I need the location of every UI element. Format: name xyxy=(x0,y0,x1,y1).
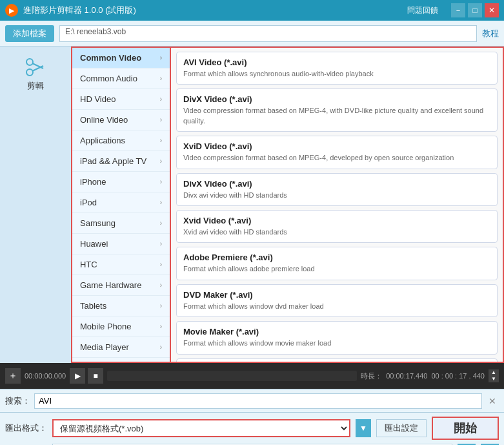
add-clip-button[interactable]: ＋ xyxy=(5,368,21,384)
stop-button[interactable]: ■ xyxy=(88,368,103,384)
format-title: DivX Video (*.avi) xyxy=(183,179,490,189)
category-item-iphone[interactable]: iPhone› xyxy=(72,172,170,192)
category-label: Huawei xyxy=(80,239,108,249)
format-title: Movie Maker (*.avi) xyxy=(183,327,490,336)
title-bar: ▶ 進階影片剪輯器 1.0.0 (試用版) 問題回饋 － □ ✕ xyxy=(0,0,504,21)
close-button[interactable]: ✕ xyxy=(485,3,499,17)
category-label: iPhone xyxy=(80,177,106,187)
category-label: HD Video xyxy=(80,94,116,104)
start-button[interactable]: 開始 xyxy=(432,417,499,440)
category-arrow-icon: › xyxy=(160,282,162,289)
app-icon: ▶ xyxy=(5,4,18,17)
output-format-select[interactable]: 保留源視頻格式(*.vob) xyxy=(52,419,350,437)
duration-label: 時長： xyxy=(361,371,382,381)
category-item-hd-video[interactable]: HD Video› xyxy=(72,89,170,110)
format-desc: Format which allows window dvd maker loa… xyxy=(183,302,490,311)
category-arrow-icon: › xyxy=(160,137,162,144)
edit-label: 剪輯 xyxy=(27,80,44,92)
format-desc: Divx avi video with HD standards xyxy=(183,191,490,200)
category-arrow-icon: › xyxy=(160,302,162,309)
svg-line-3 xyxy=(32,66,43,71)
svg-point-1 xyxy=(26,69,33,76)
format-item-adobe-premiere[interactable]: Adobe Premiere (*.avi) Format which allo… xyxy=(176,247,498,280)
category-item-common-audio[interactable]: Common Audio› xyxy=(72,68,170,89)
category-arrow-icon: › xyxy=(160,240,162,247)
category-label: Samsung xyxy=(80,218,116,228)
format-title: AVI Video (*.avi) xyxy=(183,57,490,67)
output-format-arrow[interactable]: ▼ xyxy=(356,419,371,437)
category-item-mobile-phone[interactable]: Mobile Phone› xyxy=(72,316,170,337)
format-desc: Format which allows synchronous audio-wi… xyxy=(183,69,490,79)
format-item-xvid-hd-video[interactable]: Xvid Video (*.avi) Xvid avi video with H… xyxy=(176,210,498,243)
format-desc: Xvid avi video with HD standards xyxy=(183,227,490,237)
format-desc: Video compression format based on MPEG-4… xyxy=(183,153,490,163)
search-clear-button[interactable]: ✕ xyxy=(486,396,499,406)
category-item-tablets[interactable]: Tablets› xyxy=(72,296,170,316)
current-time-display: 00 : 00 : 17 . 440 xyxy=(431,372,485,380)
category-label: Mobile Phone xyxy=(80,322,132,331)
format-item-divx-video[interactable]: DivX Video (*.avi) Video compression for… xyxy=(176,88,498,132)
toolbar: 添加檔案 E:\ reneelab3.vob 教程 xyxy=(0,21,504,47)
format-title: XviD Video (*.avi) xyxy=(183,141,490,151)
add-file-button[interactable]: 添加檔案 xyxy=(5,25,54,42)
output-label: 匯出格式： xyxy=(5,422,47,434)
category-item-applications[interactable]: Applications› xyxy=(72,130,170,151)
format-item-movie-maker[interactable]: Movie Maker (*.avi) Format which allows … xyxy=(176,321,498,354)
category-panel: Common Video›Common Audio›HD Video›Onlin… xyxy=(71,47,171,363)
maximize-button[interactable]: □ xyxy=(468,3,482,17)
app-title: 進階影片剪輯器 1.0.0 (試用版) xyxy=(23,5,136,16)
tutorial-link[interactable]: 教程 xyxy=(482,28,499,39)
time-stepper: ▲ ▼ xyxy=(489,369,499,382)
format-title: DivX Video (*.avi) xyxy=(183,94,490,104)
category-label: Media Player xyxy=(80,342,129,352)
category-arrow-icon: › xyxy=(160,158,162,165)
category-label: Common Audio xyxy=(80,74,137,83)
search-bar: 搜索： ✕ xyxy=(0,389,504,412)
format-item-avi-video[interactable]: AVI Video (*.avi) Format which allows sy… xyxy=(176,52,498,85)
format-desc: Format which allows adobe premiere load xyxy=(183,264,490,274)
help-link[interactable]: 問題回饋 xyxy=(407,5,438,16)
format-title: Xvid Video (*.avi) xyxy=(183,216,490,225)
main-content: 剪輯 Common Video›Common Audio›HD Video›On… xyxy=(0,47,504,363)
play-button[interactable]: ▶ xyxy=(70,368,85,384)
category-label: iPad && Apple TV xyxy=(80,156,146,166)
category-item-htc[interactable]: HTC› xyxy=(72,254,170,275)
edit-button[interactable]: 剪輯 xyxy=(20,52,51,96)
category-label: Tablets xyxy=(80,301,106,311)
category-arrow-icon: › xyxy=(160,54,162,61)
duration-display: 00:00:17.440 xyxy=(386,372,427,380)
time-up-button[interactable]: ▲ xyxy=(489,369,499,376)
category-arrow-icon: › xyxy=(160,75,162,82)
category-item-ipod[interactable]: iPod› xyxy=(72,192,170,213)
time-down-button[interactable]: ▼ xyxy=(489,376,499,382)
format-item-divx-hd-video[interactable]: DivX Video (*.avi) Divx avi video with H… xyxy=(176,173,498,206)
minimize-button[interactable]: － xyxy=(451,3,465,17)
category-arrow-icon: › xyxy=(160,116,162,123)
search-input[interactable] xyxy=(34,393,482,409)
preview-area: Common Video›Common Audio›HD Video›Onlin… xyxy=(71,47,504,363)
category-item-media-player[interactable]: Media Player› xyxy=(72,337,170,358)
category-item-common-video[interactable]: Common Video› xyxy=(72,48,170,68)
category-item-game-hardware[interactable]: Game Hardware› xyxy=(72,275,170,296)
category-label: Game Hardware xyxy=(80,280,141,290)
category-item-user-defined[interactable]: User Defined› xyxy=(72,358,170,363)
category-label: iPod xyxy=(80,198,97,207)
title-bar-right: 問題回饋 － □ ✕ xyxy=(407,3,499,17)
timeline-track[interactable] xyxy=(107,371,357,381)
category-label: Applications xyxy=(80,136,125,145)
category-arrow-icon: › xyxy=(160,220,162,227)
category-arrow-icon: › xyxy=(160,96,162,103)
format-item-dvd-maker[interactable]: DVD Maker (*.avi) Format which allows wi… xyxy=(176,284,498,317)
format-title: DVD Maker (*.avi) xyxy=(183,290,490,300)
format-desc: Video compression format based on MPEG-4… xyxy=(183,106,490,126)
svg-point-0 xyxy=(26,59,33,65)
category-item-ipad-apple-tv[interactable]: iPad && Apple TV› xyxy=(72,151,170,172)
export-settings-button[interactable]: 匯出設定 xyxy=(376,419,427,437)
format-title: Adobe Premiere (*.avi) xyxy=(183,253,490,262)
category-item-huawei[interactable]: Huawei› xyxy=(72,234,170,254)
category-item-samsung[interactable]: Samsung› xyxy=(72,213,170,234)
format-item-sony-vegas[interactable]: Sony Vegas (*.avi) Format which allows s… xyxy=(176,358,498,363)
scissors-icon xyxy=(24,56,47,79)
category-item-online-video[interactable]: Online Video› xyxy=(72,110,170,130)
format-item-xvid-video[interactable]: XviD Video (*.avi) Video compression for… xyxy=(176,136,498,169)
